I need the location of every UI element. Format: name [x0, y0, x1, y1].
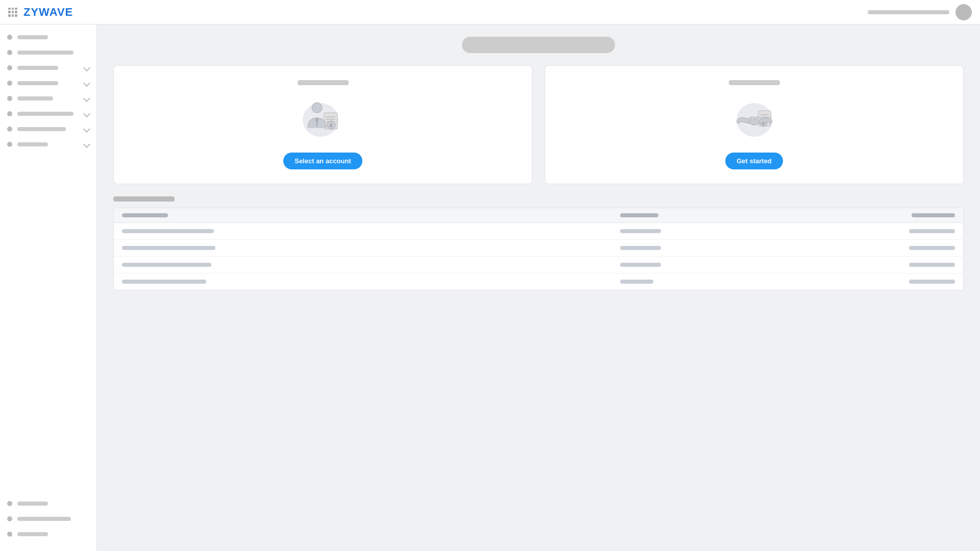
card-select-account: $ Select an account — [113, 65, 532, 184]
sidebar-item-5[interactable] — [0, 92, 96, 105]
sidebar-label-b2 — [17, 517, 71, 521]
cell-ph — [909, 280, 955, 284]
cell-ph — [122, 246, 215, 250]
sidebar-dot-4 — [7, 81, 12, 86]
sidebar-dot-6 — [7, 111, 12, 116]
col-header-ph-2 — [620, 213, 658, 217]
sidebar-item-4[interactable] — [0, 77, 96, 90]
table-row — [114, 257, 963, 273]
sidebar-label-1 — [17, 35, 48, 39]
chevron-icon-4 — [83, 80, 90, 87]
table-col-header-2 — [620, 213, 783, 217]
table-col-header-1 — [122, 213, 612, 217]
sidebar-dot-3 — [7, 65, 12, 70]
grid-menu-icon[interactable] — [8, 8, 17, 17]
cell-ph — [620, 229, 661, 233]
sidebar-label-4 — [17, 81, 58, 85]
topnav: ZYWAVE — [0, 0, 980, 24]
cards-row: $ Select an account — [113, 65, 964, 184]
sidebar-dot-7 — [7, 127, 12, 132]
table-section — [113, 196, 964, 290]
col-header-ph-3 — [912, 213, 955, 217]
card-get-started: $ Get started — [545, 65, 964, 184]
sidebar-label-8 — [17, 142, 48, 146]
app-logo: ZYWAVE — [23, 6, 73, 19]
cell-ph — [620, 246, 661, 250]
handshake-document-icon: $ — [729, 93, 780, 144]
topnav-left: ZYWAVE — [8, 6, 73, 19]
sidebar-item-7[interactable] — [0, 122, 96, 136]
sidebar — [0, 24, 97, 551]
sidebar-label-3 — [17, 66, 58, 70]
card-right-illustration: $ — [729, 93, 780, 144]
sidebar-dot-1 — [7, 35, 12, 40]
sidebar-item-2[interactable] — [0, 46, 96, 59]
sidebar-dot-5 — [7, 96, 12, 101]
cell-ph — [122, 263, 211, 267]
table-col-header-3 — [792, 213, 955, 217]
sidebar-top — [0, 31, 96, 151]
sidebar-item-8[interactable] — [0, 138, 96, 151]
sidebar-label-2 — [17, 51, 74, 55]
cell-ph — [620, 280, 653, 284]
person-document-icon: $ — [298, 93, 349, 144]
sidebar-item-3[interactable] — [0, 61, 96, 74]
cell-ph — [122, 280, 206, 284]
cell-ph — [620, 263, 661, 267]
card-left-illustration: $ — [298, 93, 349, 144]
card-left-title — [298, 80, 349, 85]
sidebar-dot-b3 — [7, 532, 12, 537]
main-content: $ Select an account — [97, 24, 980, 551]
sidebar-item-6[interactable] — [0, 107, 96, 120]
cell-ph — [909, 229, 955, 233]
sidebar-dot-b1 — [7, 501, 12, 506]
cell-ph — [909, 246, 955, 250]
table-header-row — [114, 208, 963, 223]
col-header-ph-1 — [122, 213, 168, 217]
sidebar-dot-b2 — [7, 516, 12, 521]
sidebar-label-6 — [17, 112, 74, 116]
sidebar-label-5 — [17, 96, 53, 101]
sidebar-item-bottom-2[interactable] — [0, 512, 96, 525]
cell-ph — [122, 229, 214, 233]
sidebar-item-bottom-1[interactable] — [0, 497, 96, 510]
svg-text:$: $ — [330, 123, 332, 128]
chevron-icon-5 — [83, 95, 90, 102]
table-container — [113, 208, 964, 290]
sidebar-item-bottom-3[interactable] — [0, 528, 96, 541]
avatar[interactable] — [955, 4, 972, 20]
table-section-title — [113, 196, 175, 202]
sidebar-label-b1 — [17, 502, 48, 506]
sidebar-dot-2 — [7, 50, 12, 55]
chevron-icon-6 — [83, 110, 90, 117]
nav-search-bar — [868, 10, 949, 14]
topnav-right — [868, 4, 972, 20]
chevron-icon-3 — [83, 64, 90, 71]
sidebar-dot-8 — [7, 142, 12, 147]
search-bar-container — [113, 37, 964, 53]
sidebar-label-b3 — [17, 532, 48, 536]
sidebar-item-1[interactable] — [0, 31, 96, 44]
get-started-button[interactable]: Get started — [725, 153, 783, 169]
svg-point-7 — [312, 103, 322, 113]
table-row — [114, 273, 963, 290]
main-search-bar[interactable] — [462, 37, 615, 53]
sidebar-label-7 — [17, 127, 66, 131]
card-right-title — [729, 80, 780, 85]
table-row — [114, 223, 963, 240]
table-row — [114, 240, 963, 257]
layout: $ Select an account — [0, 24, 980, 551]
chevron-icon-8 — [83, 141, 90, 148]
chevron-icon-7 — [83, 126, 90, 133]
sidebar-bottom — [0, 497, 96, 545]
cell-ph — [909, 263, 955, 267]
select-account-button[interactable]: Select an account — [283, 153, 362, 169]
